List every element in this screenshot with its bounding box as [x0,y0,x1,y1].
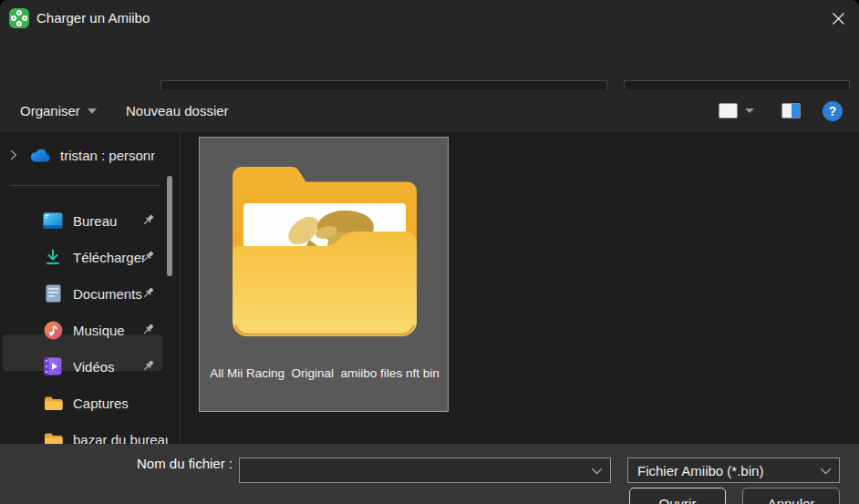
sidebar-item-documents[interactable]: Documents [0,275,180,312]
sidebar-item-videos[interactable]: Vidéos [0,348,180,385]
amiibo-app-icon [9,8,29,28]
sidebar-divider [11,185,160,186]
cancel-button-label: Annuler [768,496,815,504]
filename-combobox [239,458,611,483]
sidebar-item-telechargements[interactable]: Téléchargem [0,239,180,275]
onedrive-cloud-icon [29,144,51,166]
file-dialog-window: Charger un Amiibo › Bureau [0,0,859,504]
pin-icon [141,359,155,376]
chevron-down-icon [820,462,832,478]
caret-down-icon [88,108,97,114]
organiser-menu-button[interactable]: Organiser [20,89,97,132]
desktop-icon [42,210,64,231]
cancel-button[interactable]: Annuler [742,488,840,504]
sidebar-item-label: Musique [73,323,125,338]
help-icon: ? [823,101,843,121]
pin-icon [141,286,155,303]
close-button[interactable] [817,0,859,36]
chevron-down-icon[interactable] [591,462,603,478]
filetype-value: Fichier Amiibo (*.bin) [628,463,812,478]
music-icon [42,319,64,341]
sidebar-item-onedrive[interactable]: tristan : personn [0,137,180,173]
download-icon [42,246,64,268]
dialog-content: tristan : personn Bureau Téléchargem [0,132,859,444]
organiser-label: Organiser [20,103,80,118]
preview-pane-icon [781,103,801,118]
sidebar-item-label: Téléchargem [73,250,145,265]
sidebar-item-captures[interactable]: Captures [0,385,180,421]
help-button[interactable]: ? [823,89,843,132]
preview-pane-button[interactable] [781,89,801,132]
expand-chevron-icon[interactable] [0,149,27,160]
pin-icon [141,250,155,267]
thumbnail-view-icon [719,103,738,118]
pin-icon [141,323,155,340]
video-icon [42,355,64,377]
caret-down-icon [745,108,754,113]
sidebar-item-label: Bureau [73,213,117,229]
pane-splitter[interactable] [180,132,181,444]
filetype-select[interactable]: Fichier Amiibo (*.bin) [627,458,840,483]
sidebar-item-label: bazar du bureau [73,432,168,445]
filename-input[interactable] [240,463,584,478]
sidebar-item-label: Documents [73,286,142,302]
close-icon [832,12,845,26]
sidebar-item-label: Captures [73,396,129,411]
dialog-footer: Nom du fichier : Fichier Amiibo (*.bin) … [0,444,859,504]
file-name-label: All Mii Racing Original amiibo files nft… [210,364,440,383]
sidebar-item-label: Vidéos [73,359,115,375]
command-toolbar: Organiser Nouveau dossier ? [0,89,859,132]
folder-icon [42,428,64,444]
folder-icon [42,392,64,414]
filename-label: Nom du fichier : [0,451,233,477]
document-icon [42,283,64,304]
new-folder-button[interactable]: Nouveau dossier [126,89,229,132]
sidebar-scrollbar-thumb[interactable] [167,176,172,276]
window-title: Charger un Amiibo [36,0,150,36]
change-view-button[interactable] [719,89,754,132]
pin-icon [141,213,155,231]
open-button-label: Ouvrir [659,496,697,504]
navigation-bar: › Bureau › [0,36,859,89]
folder-thumbnail-icon [220,152,430,353]
sidebar-item-bazar-du-bureau[interactable]: bazar du bureau [0,421,180,444]
open-button[interactable]: Ouvrir [629,488,726,504]
title-bar: Charger un Amiibo [0,0,859,36]
sidebar-item-label: tristan : personn [60,148,155,163]
sidebar-item-bureau[interactable]: Bureau [0,202,180,239]
new-folder-label: Nouveau dossier [126,103,229,118]
file-tile-selected[interactable]: All Mii Racing Original amiibo files nft… [199,137,449,412]
sidebar-item-musique[interactable]: Musique [0,312,180,348]
